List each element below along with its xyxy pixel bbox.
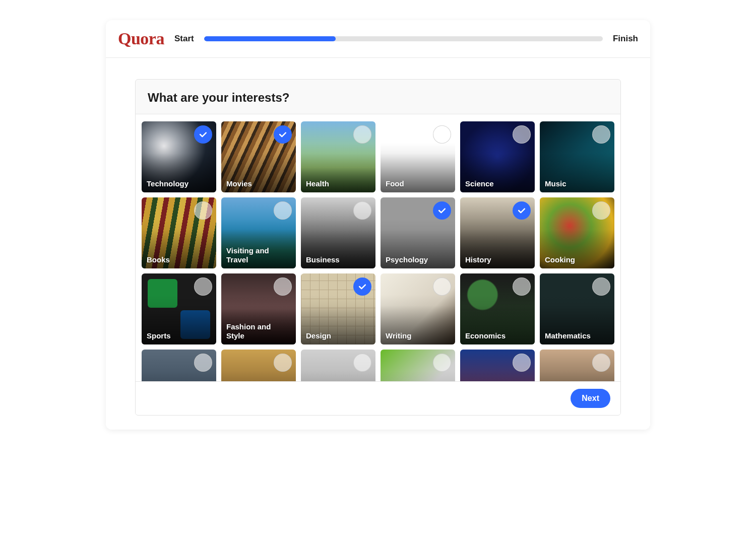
checkmark-unselected-icon[interactable] [513, 125, 531, 144]
interest-tile[interactable]: Books [142, 197, 216, 268]
checkmark-unselected-icon[interactable] [353, 201, 371, 220]
interest-tile[interactable]: Economics [460, 273, 535, 344]
interest-tile[interactable]: Mathematics [540, 273, 614, 344]
next-button[interactable]: Next [571, 389, 610, 408]
progress-bar [204, 36, 603, 41]
interest-label: Books [147, 255, 211, 264]
interest-tile[interactable]: Fashion and Style [221, 273, 296, 344]
checkmark-unselected-icon[interactable] [592, 278, 610, 296]
interest-tile[interactable] [460, 350, 535, 381]
interest-label: Cooking [545, 255, 609, 264]
interest-label: Economics [465, 331, 530, 340]
interest-tile[interactable]: Writing [381, 273, 455, 344]
panel-header: What are your interests? [136, 80, 620, 114]
progress-finish-label: Finish [613, 34, 638, 44]
interest-label: History [465, 255, 530, 264]
interest-label: Mathematics [545, 331, 609, 340]
logo: Quora [118, 29, 164, 48]
interest-label: Health [306, 179, 370, 188]
interest-tile[interactable]: Food [381, 121, 455, 192]
interest-tile[interactable]: Psychology [381, 197, 455, 268]
interest-label: Fashion and Style [226, 322, 291, 340]
interest-label: Movies [226, 179, 291, 188]
interest-tile[interactable]: History [460, 197, 535, 268]
checkmark-unselected-icon[interactable] [274, 354, 292, 372]
interest-label: Business [306, 255, 370, 264]
progress-start-label: Start [174, 34, 194, 44]
interest-tile[interactable] [540, 350, 614, 381]
checkmark-unselected-icon[interactable] [353, 125, 371, 144]
content: What are your interests? TechnologyMovie… [106, 58, 650, 430]
interest-tile[interactable] [301, 350, 375, 381]
onboarding-card: Quora Start Finish What are your interes… [106, 20, 650, 430]
panel-footer: Next [136, 381, 620, 415]
interest-tile[interactable] [142, 350, 216, 381]
checkmark-unselected-icon[interactable] [194, 201, 212, 220]
interest-tile[interactable] [381, 350, 455, 381]
checkmark-selected-icon[interactable] [274, 125, 292, 144]
interests-scroll-area[interactable]: TechnologyMoviesHealthFoodScienceMusicBo… [136, 114, 620, 381]
interest-tile[interactable]: Cooking [540, 197, 614, 268]
interest-label: Psychology [386, 255, 450, 264]
interest-label: Writing [386, 331, 450, 340]
interest-tile[interactable]: Visiting and Travel [221, 197, 296, 268]
checkmark-unselected-icon[interactable] [433, 125, 451, 144]
checkmark-unselected-icon[interactable] [592, 125, 610, 144]
interest-tile[interactable]: Business [301, 197, 375, 268]
interest-tile[interactable] [221, 350, 296, 381]
interest-label: Science [465, 179, 530, 188]
checkmark-unselected-icon[interactable] [353, 354, 371, 372]
checkmark-unselected-icon[interactable] [592, 201, 610, 220]
interest-tile[interactable]: Design [301, 273, 375, 344]
checkmark-unselected-icon[interactable] [592, 354, 610, 372]
checkmark-unselected-icon[interactable] [433, 278, 451, 296]
interest-tile[interactable]: Movies [221, 121, 296, 192]
checkmark-unselected-icon[interactable] [274, 278, 292, 296]
checkmark-selected-icon[interactable] [194, 125, 212, 144]
checkmark-selected-icon[interactable] [433, 201, 451, 220]
checkmark-selected-icon[interactable] [353, 278, 371, 296]
checkmark-unselected-icon[interactable] [513, 354, 531, 372]
interest-tile[interactable]: Health [301, 121, 375, 192]
interest-tile[interactable]: Science [460, 121, 535, 192]
interest-label: Technology [147, 179, 211, 188]
interests-panel: What are your interests? TechnologyMovie… [135, 79, 621, 416]
checkmark-selected-icon[interactable] [513, 201, 531, 220]
header: Quora Start Finish [106, 20, 650, 58]
checkmark-unselected-icon[interactable] [194, 278, 212, 296]
interests-grid: TechnologyMoviesHealthFoodScienceMusicBo… [142, 121, 614, 381]
interest-tile[interactable]: Sports [142, 273, 216, 344]
interest-tile[interactable]: Music [540, 121, 614, 192]
panel-title: What are your interests? [148, 91, 608, 105]
checkmark-unselected-icon[interactable] [513, 278, 531, 296]
progress-fill [204, 36, 336, 41]
interest-label: Design [306, 331, 370, 340]
interest-tile[interactable]: Technology [142, 121, 216, 192]
interest-label: Music [545, 179, 609, 188]
interest-label: Sports [147, 331, 211, 340]
interest-label: Visiting and Travel [226, 246, 291, 264]
checkmark-unselected-icon[interactable] [194, 354, 212, 372]
checkmark-unselected-icon[interactable] [433, 354, 451, 372]
checkmark-unselected-icon[interactable] [274, 201, 292, 220]
interest-label: Food [386, 179, 450, 188]
